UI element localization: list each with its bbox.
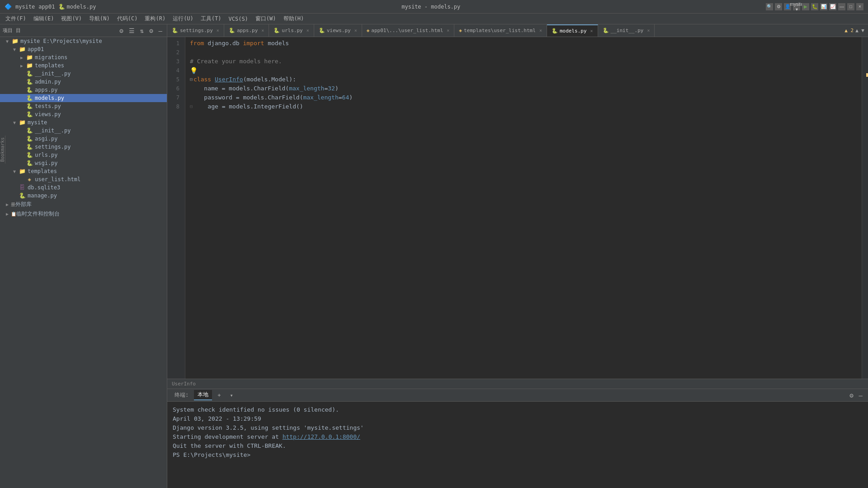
- close-btn[interactable]: ×: [856, 3, 863, 10]
- app01-label: app01: [28, 46, 44, 52]
- tree-wsgi[interactable]: 🐍 wsgi.py: [0, 159, 167, 167]
- warnings-count: ▲ 2: [844, 28, 854, 33]
- code-text-1b: models: [264, 39, 289, 48]
- tree-asgi[interactable]: 🐍 asgi.py: [0, 135, 167, 143]
- tab-views-py[interactable]: 🐍 views.py ×: [314, 24, 362, 37]
- code-editor[interactable]: from django.db import models # Create yo…: [185, 37, 862, 379]
- tab-settings-py[interactable]: 🐍 settings.py ×: [167, 24, 224, 37]
- init-py-file-icon: 🐍: [25, 70, 33, 77]
- code-line-1: from django.db import models: [190, 39, 857, 48]
- tab-close-models[interactable]: ×: [590, 28, 593, 33]
- menu-window[interactable]: 窗口(W): [252, 14, 280, 23]
- tab-close-init[interactable]: ×: [647, 28, 650, 33]
- tree-app01-templates[interactable]: ▶ 📁 templates: [0, 61, 167, 70]
- tree-user-list-html[interactable]: ◈ user_list.html: [0, 175, 167, 183]
- coverage-btn[interactable]: 📊: [820, 3, 827, 10]
- project-tab[interactable]: mysite: [15, 4, 35, 10]
- terminal-hide-btn[interactable]: —: [857, 391, 864, 400]
- fold-icon-8[interactable]: ⊟: [190, 102, 193, 111]
- menu-run[interactable]: 运行(U): [169, 14, 197, 23]
- terminal-text-5: Quit the server with CTRL-BREAK.: [173, 442, 286, 449]
- terminal-line-3: Django version 3.2.5, using settings 'my…: [173, 423, 863, 432]
- hide-btn[interactable]: —: [157, 26, 164, 35]
- terminal-text-2: April 03, 2022 - 13:29:59: [173, 415, 261, 422]
- title-bar-left: 🔷 mysite app01 🐍 models.py: [5, 3, 96, 10]
- menu-refactor[interactable]: 重构(R): [141, 14, 169, 23]
- menu-edit[interactable]: 编辑(E): [30, 14, 58, 23]
- fold-icon-5[interactable]: ⊟: [190, 75, 193, 84]
- sync-btn[interactable]: ⚙: [118, 26, 125, 35]
- collapse-btn[interactable]: ☰: [127, 26, 137, 35]
- asgi-icon: 🐍: [25, 136, 33, 142]
- tab-close-views[interactable]: ×: [354, 28, 357, 33]
- tree-tests-py[interactable]: 🐍 tests.py: [0, 102, 167, 110]
- app01-tab[interactable]: app01: [38, 4, 55, 10]
- menu-tools[interactable]: 工具(T): [197, 14, 225, 23]
- tab-close-user-list-templates[interactable]: ×: [539, 28, 542, 33]
- terminal-tab-local[interactable]: 本地: [194, 390, 212, 400]
- sort-btn[interactable]: ⇅: [138, 26, 146, 35]
- tab-apps-py[interactable]: 🐍 apps.py ×: [224, 24, 269, 37]
- tree-external-libs[interactable]: ▶ 册 外部库: [0, 200, 167, 209]
- param-7: max_length: [303, 93, 338, 102]
- terminal-tabs: 终端: 本地 + ▾ ⚙ —: [167, 389, 868, 402]
- search-toolbar-btn[interactable]: 🔍: [766, 3, 773, 10]
- tree-mysite-init[interactable]: 🐍 __init__.py: [0, 127, 167, 135]
- terminal-text-3: Django version 3.2.5, using settings 'my…: [173, 424, 364, 431]
- editor-scrollbar[interactable]: [862, 37, 868, 379]
- line-num-5: 5: [167, 75, 182, 84]
- line-num-4: 4: [167, 66, 182, 75]
- profile-btn[interactable]: 📈: [829, 3, 836, 10]
- tree-app01[interactable]: ▼ 📁 app01: [0, 45, 167, 53]
- settings-toolbar-btn[interactable]: ⚙: [775, 3, 782, 10]
- terminal-settings-btn[interactable]: ⚙: [848, 391, 855, 400]
- menu-help[interactable]: 帮助(H): [280, 14, 308, 23]
- sidebar-tree: ▼ 📁 mysite E:\Projects\mysite ▼ 📁 app01 …: [0, 37, 167, 488]
- tree-apps-py[interactable]: 🐍 apps.py: [0, 86, 167, 94]
- tree-mysite[interactable]: ▼ 📁 mysite: [0, 118, 167, 127]
- menu-code[interactable]: 代码(C): [113, 14, 142, 23]
- tree-root[interactable]: ▼ 📁 mysite E:\Projects\mysite: [0, 37, 167, 45]
- tab-urls-py[interactable]: 🐍 urls.py ×: [269, 24, 314, 37]
- menu-file[interactable]: 文件(F): [2, 14, 30, 23]
- tab-close-apps[interactable]: ×: [261, 28, 264, 33]
- tab-models-py[interactable]: 🐍 models.py ×: [547, 24, 598, 37]
- window-title: mysite - models.py: [401, 4, 460, 10]
- settings-btn[interactable]: ⚙: [147, 26, 155, 35]
- tree-manage-py[interactable]: 🐍 manage.py: [0, 192, 167, 200]
- menu-nav[interactable]: 导航(N): [85, 14, 113, 23]
- project-switcher[interactable]: mysite ▾: [793, 3, 800, 10]
- tree-views-py[interactable]: 🐍 views.py: [0, 110, 167, 118]
- terminal-tab-run[interactable]: 终端:: [171, 390, 192, 400]
- code-text-6b: =: [324, 84, 328, 93]
- tree-migrations[interactable]: ▶ 📁 migrations: [0, 53, 167, 61]
- tab-close-urls[interactable]: ×: [307, 28, 309, 33]
- tab-close-settings[interactable]: ×: [217, 28, 219, 33]
- nav-arrows[interactable]: ▲ ▼: [855, 28, 864, 33]
- settings-label: settings.py: [35, 144, 71, 150]
- tree-templates[interactable]: ▼ 📁 templates: [0, 167, 167, 175]
- maximize-btn[interactable]: □: [847, 3, 854, 10]
- terminal-tab-add[interactable]: +: [214, 391, 224, 399]
- code-line-4: 💡: [190, 66, 857, 75]
- debug-btn[interactable]: 🐛: [811, 3, 818, 10]
- models-tab[interactable]: 🐍 models.py: [58, 4, 96, 10]
- terminal-tab-dropdown[interactable]: ▾: [226, 391, 236, 399]
- menu-vcs[interactable]: VCS(S): [225, 15, 252, 23]
- run-btn[interactable]: ▶: [802, 3, 809, 10]
- tab-user-list-app01[interactable]: ◈ app01\...\user_list.html ×: [362, 24, 455, 37]
- tree-settings[interactable]: 🐍 settings.py: [0, 143, 167, 151]
- menu-view[interactable]: 视图(V): [57, 14, 85, 23]
- tree-admin-py[interactable]: 🐍 admin.py: [0, 78, 167, 86]
- tab-close-user-list-app01[interactable]: ×: [447, 28, 449, 33]
- tree-scratch[interactable]: ▶ 📋 临时文件和控制台: [0, 209, 167, 219]
- tree-models-py[interactable]: 🐍 models.py: [0, 94, 167, 102]
- wsgi-icon: 🐍: [25, 160, 33, 166]
- terminal-server-link[interactable]: http://127.0.0.1:8000/: [283, 433, 360, 440]
- tree-urls[interactable]: 🐍 urls.py: [0, 151, 167, 159]
- tree-init-py[interactable]: 🐍 __init__.py: [0, 70, 167, 78]
- tab-init-py[interactable]: 🐍 __init__.py ×: [598, 24, 655, 37]
- tree-db-sqlite3[interactable]: 🗄 db.sqlite3: [0, 183, 167, 192]
- tab-user-list-templates[interactable]: ◈ templates\user_list.html ×: [454, 24, 547, 37]
- minimize-btn[interactable]: —: [838, 3, 845, 10]
